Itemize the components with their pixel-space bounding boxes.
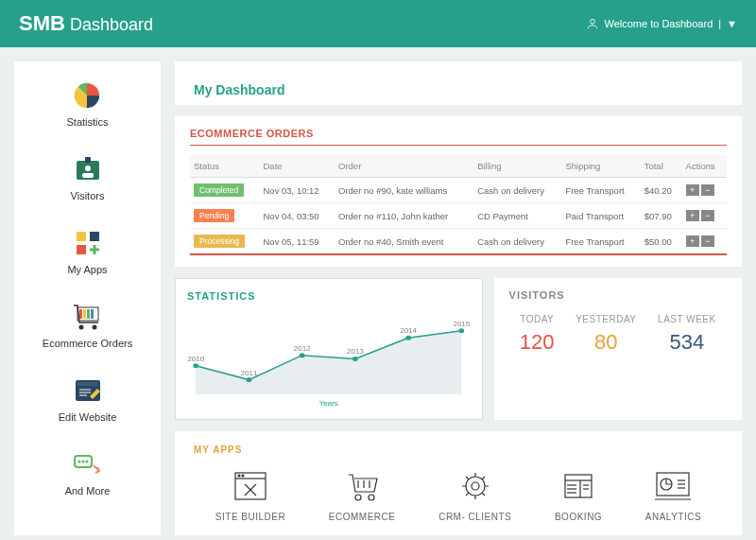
- status-badge: Completed: [194, 183, 244, 197]
- svg-rect-11: [87, 309, 90, 319]
- app-label: BOOKING: [555, 512, 602, 522]
- more-icon: [73, 449, 101, 479]
- remove-button[interactable]: −: [701, 235, 714, 247]
- sidebar-item-label: Ecommerce Orders: [43, 338, 132, 349]
- visitor-stat: YESTERDAY80: [576, 314, 636, 355]
- vstat-label: LAST WEEK: [658, 314, 716, 324]
- orders-table: StatusDateOrderBillingShippingTotalActio…: [190, 155, 727, 255]
- remove-button[interactable]: −: [701, 210, 714, 221]
- cell-shipping: Paid Transport: [561, 203, 640, 229]
- ecommerce-icon: [343, 468, 381, 504]
- chart-point-label: 2014: [400, 326, 417, 335]
- chart-point-label: 2011: [241, 368, 258, 376]
- cell-total: $40.20: [641, 178, 682, 203]
- visitor-stat: LAST WEEK534: [658, 314, 716, 355]
- svg-rect-7: [77, 245, 86, 254]
- edit-page-icon: [74, 375, 102, 406]
- app-site-builder[interactable]: SITE BUILDER: [215, 468, 285, 522]
- sidebar-item-ecommerce-orders[interactable]: Ecommerce Orders: [43, 302, 132, 349]
- apps-grid-icon: [75, 228, 101, 258]
- booking-icon: [559, 468, 597, 504]
- svg-rect-41: [565, 475, 592, 497]
- statistics-title: STATISTICS: [187, 290, 471, 302]
- cell-total: $50.00: [641, 229, 682, 255]
- svg-point-13: [79, 325, 84, 330]
- cell-shipping: Free Transport: [561, 229, 640, 255]
- orders-title: ECOMMERCE ORDERS: [190, 128, 727, 146]
- add-button[interactable]: +: [686, 235, 699, 247]
- cell-total: $07.90: [641, 203, 682, 229]
- welcome-menu[interactable]: Welcome to Dashboard | ▼: [586, 17, 738, 30]
- chart-point-label: 2012: [294, 343, 311, 352]
- brand-light: Dashboard: [70, 15, 153, 34]
- svg-rect-2: [85, 157, 91, 163]
- line-chart: 201020112012201320142015: [187, 309, 471, 399]
- svg-point-35: [369, 495, 374, 500]
- vstat-value: 80: [576, 330, 636, 355]
- sidebar-item-label: Visitors: [71, 190, 105, 201]
- vstat-label: TODAY: [520, 314, 555, 324]
- sidebar-item-my-apps[interactable]: My Apps: [67, 228, 107, 275]
- svg-point-21: [78, 461, 81, 463]
- sidebar-item-edit-website[interactable]: Edit Website: [59, 375, 117, 423]
- add-button[interactable]: +: [686, 210, 699, 221]
- svg-point-27: [352, 357, 358, 361]
- cell-billing: Cash on delivery: [473, 229, 561, 255]
- svg-point-22: [82, 461, 85, 463]
- cell-shipping: Free Transport: [561, 178, 640, 203]
- sidebar-item-and-more[interactable]: And More: [65, 449, 111, 496]
- visitor-stat: TODAY120: [520, 314, 555, 355]
- sidebar-item-label: Statistics: [66, 116, 108, 128]
- app-crm-clients[interactable]: CRM- CLIENTS: [438, 468, 511, 522]
- chart-xlabel: Years: [187, 399, 471, 408]
- col-shipping: Shipping: [561, 155, 640, 178]
- crm-icon: [456, 468, 494, 504]
- sidebar: StatisticsVisitorsMy AppsEcommerce Order…: [14, 61, 161, 535]
- visitors-panel: VISITORS TODAY120YESTERDAY80LAST WEEK534: [494, 278, 742, 420]
- col-billing: Billing: [473, 155, 561, 178]
- svg-point-40: [472, 482, 479, 490]
- visitors-title: VISITORS: [509, 289, 727, 301]
- cell-billing: Cash on delivery: [473, 178, 561, 203]
- svg-point-34: [355, 495, 361, 500]
- svg-point-28: [405, 336, 411, 340]
- app-label: CRM- CLIENTS: [438, 512, 511, 522]
- vstat-value: 120: [520, 330, 555, 355]
- chevron-down-icon: ▼: [727, 18, 737, 29]
- cell-order: Order no #90, kate williams: [335, 178, 473, 203]
- svg-point-14: [93, 325, 97, 330]
- add-button[interactable]: +: [686, 184, 699, 196]
- svg-point-0: [590, 19, 594, 24]
- table-row: CompletedNov 03, 10:12Order no #90, kate…: [190, 178, 727, 203]
- svg-point-3: [85, 165, 91, 171]
- remove-button[interactable]: −: [701, 184, 714, 196]
- sidebar-item-visitors[interactable]: Visitors: [71, 154, 105, 201]
- svg-rect-9: [79, 309, 82, 319]
- svg-rect-10: [83, 309, 86, 319]
- cell-order: Order no #110, John kather: [335, 203, 473, 229]
- svg-point-32: [238, 475, 240, 477]
- vstat-value: 534: [658, 330, 716, 355]
- col-order: Order: [335, 155, 473, 178]
- svg-rect-6: [90, 232, 99, 241]
- app-analytics[interactable]: ANALYTICS: [645, 468, 701, 522]
- svg-rect-16: [77, 382, 98, 386]
- sidebar-item-statistics[interactable]: Statistics: [66, 80, 108, 128]
- svg-rect-12: [91, 309, 94, 319]
- cell-date: Nov 03, 10:12: [260, 178, 335, 203]
- app-label: ANALYTICS: [645, 512, 701, 522]
- col-actions: Actions: [682, 155, 727, 178]
- table-row: PendingNov 04, 03:50Order no #110, John …: [190, 203, 727, 229]
- page-title: My Dashboard: [190, 73, 727, 101]
- sidebar-item-label: Edit Website: [59, 411, 117, 423]
- sidebar-item-label: My Apps: [67, 264, 107, 275]
- col-status: Status: [190, 155, 260, 178]
- app-ecommerce[interactable]: ECOMMERCE: [329, 468, 396, 522]
- svg-point-25: [247, 377, 252, 382]
- cell-date: Nov 05, 11:59: [260, 229, 335, 255]
- brand-bold: SMB: [19, 11, 65, 35]
- orders-panel: ECOMMERCE ORDERS StatusDateOrderBillingS…: [175, 116, 742, 267]
- app-booking[interactable]: BOOKING: [555, 468, 602, 522]
- svg-rect-5: [77, 232, 86, 241]
- svg-point-23: [86, 461, 89, 463]
